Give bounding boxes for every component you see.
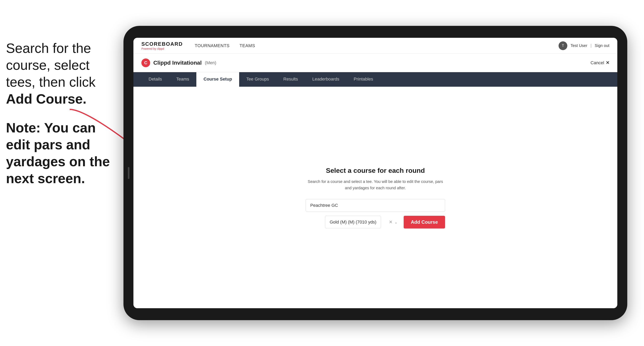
- tab-printables[interactable]: Printables: [346, 72, 380, 87]
- panel-description: Search for a course and select a tee. Yo…: [306, 178, 445, 191]
- tournament-icon: C: [142, 58, 150, 67]
- brand-title: SCOREBOARD: [142, 41, 183, 47]
- nav-teams[interactable]: TEAMS: [240, 43, 255, 48]
- tablet-screen: SCOREBOARD Powered by clippd TOURNAMENTS…: [134, 38, 617, 308]
- tee-select[interactable]: Gold (M) (M) (7010 yds): [325, 216, 381, 228]
- brand-subtitle: Powered by clippd: [142, 47, 183, 50]
- tablet-side-button: [128, 167, 130, 179]
- tab-tee-groups[interactable]: Tee Groups: [239, 72, 276, 87]
- tee-chevron-icon: ⌄: [394, 220, 398, 224]
- tournament-title-row: C Clippd Invitational (Men): [142, 58, 216, 67]
- tee-select-wrapper: Gold (M) (M) (7010 yds) ✕ ⌄: [306, 216, 400, 228]
- user-avatar: T: [558, 41, 567, 50]
- main-content: Select a course for each round Search fo…: [134, 87, 617, 308]
- course-search-input[interactable]: [306, 199, 445, 212]
- nav-tournaments[interactable]: TOURNAMENTS: [195, 43, 230, 48]
- tournament-name: Clippd Invitational: [153, 60, 202, 66]
- tee-clear-icon[interactable]: ✕: [389, 219, 392, 225]
- tab-course-setup[interactable]: Course Setup: [196, 72, 239, 87]
- course-select-panel: Select a course for each round Search fo…: [306, 167, 445, 228]
- user-info: Test User: [570, 43, 587, 48]
- tournament-header: C Clippd Invitational (Men) Cancel ✕: [134, 54, 617, 72]
- brand: SCOREBOARD Powered by clippd: [142, 41, 183, 50]
- tab-results[interactable]: Results: [276, 72, 305, 87]
- navbar-right: T Test User | Sign out: [558, 41, 609, 50]
- annotation-note: Note: You can edit pars and yardages on …: [6, 119, 120, 187]
- tab-details[interactable]: Details: [142, 72, 169, 87]
- cancel-icon: ✕: [606, 60, 609, 65]
- annotation-text: Search for the course, select tees, then…: [6, 40, 120, 107]
- tournament-badge: (Men): [205, 60, 216, 65]
- tee-select-row: Gold (M) (M) (7010 yds) ✕ ⌄ Add Course: [306, 216, 445, 228]
- tablet-frame: SCOREBOARD Powered by clippd TOURNAMENTS…: [124, 26, 627, 320]
- add-course-button[interactable]: Add Course: [404, 216, 445, 228]
- cancel-button[interactable]: Cancel ✕: [591, 60, 609, 65]
- navbar-links: TOURNAMENTS TEAMS: [195, 43, 558, 48]
- annotation-area: Search for the course, select tees, then…: [6, 40, 120, 187]
- tab-navigation: Details Teams Course Setup Tee Groups Re…: [134, 72, 617, 87]
- separator: |: [590, 43, 592, 48]
- tab-leaderboards[interactable]: Leaderboards: [305, 72, 346, 87]
- sign-out-link[interactable]: Sign out: [595, 43, 609, 48]
- navbar: SCOREBOARD Powered by clippd TOURNAMENTS…: [134, 38, 617, 54]
- tab-teams[interactable]: Teams: [169, 72, 196, 87]
- panel-title: Select a course for each round: [306, 167, 445, 174]
